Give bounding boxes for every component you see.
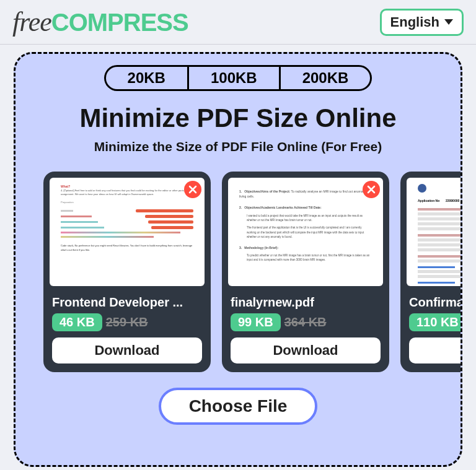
size-pill-200kb[interactable]: 200KB [279,65,372,91]
file-preview: Release 8 Application No 22090000 [407,178,461,286]
close-icon [367,185,376,194]
file-cards-container: What? 4. [Optional] Feel free to add or … [15,172,461,372]
download-button[interactable]: Dov [409,337,461,363]
size-row: 99 KB 364 KB [231,313,381,331]
main-panel: 20KB 100KB 200KB Minimize PDF Size Onlin… [14,52,462,467]
page-subtitle: Minimize the Size of PDF File Online (Fo… [15,139,461,154]
file-name: finalyrnew.pdf [231,295,381,310]
new-size-badge: 46 KB [52,313,102,331]
file-card: What? 4. [Optional] Feel free to add or … [43,172,211,372]
file-card: 1. Objectives/Aims of the Project: To ra… [222,172,389,372]
language-select[interactable]: English [380,9,464,36]
caret-down-icon [444,19,453,25]
choose-file-button[interactable]: Choose File [159,388,318,425]
close-button[interactable] [184,181,201,198]
size-row: 110 KB [409,313,461,331]
header: freeCOMPRESS English [0,0,476,45]
page-title: Minimize PDF Size Online [15,103,461,133]
download-button[interactable]: Download [52,337,202,363]
logo[interactable]: freeCOMPRESS [12,6,188,38]
size-pill-20kb[interactable]: 20KB [104,65,187,91]
new-size-badge: 110 KB [409,313,461,331]
file-name: Frontend Developer ... [52,295,202,310]
size-row: 46 KB 259 KB [52,313,202,331]
close-button[interactable] [363,181,380,198]
logo-compress-text: COMPRESS [51,9,188,36]
new-size-badge: 99 KB [231,313,281,331]
card-info: finalyrnew.pdf 99 KB 364 KB Download [222,292,389,372]
preview-content: Release 8 Application No 22090000 [418,184,461,284]
preview-content: 1. Objectives/Aims of the Project: To ra… [239,189,372,262]
card-info: Frontend Developer ... 46 KB 259 KB Down… [43,292,211,372]
file-name: Confirma [409,295,461,310]
old-size: 259 KB [106,315,148,329]
file-preview: 1. Objectives/Aims of the Project: To ra… [228,178,383,286]
logo-free-text: free [12,7,51,37]
preview-content: What? 4. [Optional] Feel free to add or … [61,184,193,252]
card-info: Confirma 110 KB Dov [400,292,461,372]
old-size: 364 KB [284,315,327,329]
close-icon [188,185,197,194]
file-card: Release 8 Application No 22090000 [400,172,461,372]
download-button[interactable]: Download [231,337,381,363]
size-pills: 20KB 100KB 200KB [15,65,461,91]
choose-file-wrap: Choose File [15,388,461,425]
file-preview: What? 4. [Optional] Feel free to add or … [50,178,205,286]
size-pill-100kb[interactable]: 100KB [187,65,279,91]
language-label: English [390,14,439,30]
